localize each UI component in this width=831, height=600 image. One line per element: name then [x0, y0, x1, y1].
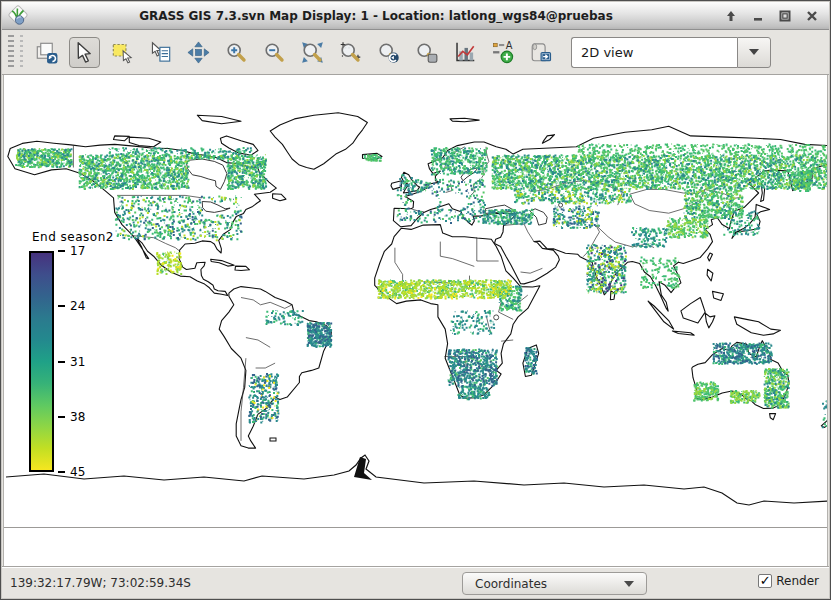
close-button[interactable] — [803, 7, 821, 25]
minimize-button[interactable] — [749, 7, 767, 25]
pointer-icon — [73, 41, 96, 64]
zoom-extent-icon — [301, 41, 324, 64]
statusbar-mode-dropdown[interactable]: Coordinates — [462, 572, 647, 595]
view-mode-combobox[interactable]: 2D view — [571, 37, 771, 68]
raster-legend: End season2 1724313845 — [29, 230, 114, 472]
save-display-button[interactable] — [525, 37, 556, 68]
world-map[interactable] — [4, 75, 828, 569]
zoom-options-button[interactable] — [411, 37, 442, 68]
legend-tick-mark — [58, 305, 65, 307]
chevron-down-icon — [749, 49, 759, 55]
legend-tick-mark — [58, 250, 65, 252]
zoom-out-button[interactable] — [259, 37, 290, 68]
maximize-button[interactable] — [776, 7, 794, 25]
grass-map-display-window: GRASS GIS 7.3.svn Map Display: 1 - Locat… — [0, 0, 831, 600]
legend-tick-label: 31 — [70, 355, 85, 369]
coordinate-readout: 139:32:17.79W; 73:02:59.34S — [10, 576, 191, 590]
rollup-button[interactable] — [722, 7, 740, 25]
zoom-out-icon — [263, 41, 286, 64]
legend-tick-label: 38 — [70, 410, 85, 424]
query-button[interactable] — [145, 37, 176, 68]
render-display-button[interactable] — [31, 37, 62, 68]
overlay-add-icon: A — [491, 41, 514, 64]
chevron-down-icon — [624, 581, 634, 587]
render-checkbox[interactable]: ✓ — [758, 574, 772, 588]
legend-tick-mark — [58, 416, 65, 418]
statusbar-mode-value: Coordinates — [475, 577, 547, 591]
legend-colorbar — [29, 251, 54, 472]
toolbar-grip-handle[interactable] — [8, 35, 14, 69]
zoom-back-button[interactable] — [373, 37, 404, 68]
analyze-map-button[interactable] — [449, 37, 480, 68]
pan-button[interactable] — [183, 37, 214, 68]
zoom-in-icon — [225, 41, 248, 64]
analyze-icon — [453, 41, 476, 64]
titlebar[interactable]: GRASS GIS 7.3.svn Map Display: 1 - Locat… — [2, 2, 829, 30]
legend-tick-label: 45 — [70, 465, 85, 479]
zoom-extent-button[interactable] — [297, 37, 328, 68]
legend-tick-label: 17 — [70, 244, 85, 258]
legend-tick-mark — [58, 471, 65, 473]
map-region-bottom-edge — [4, 527, 827, 528]
map-canvas[interactable]: End season2 1724313845 — [3, 75, 828, 569]
toolbar-grip-handle-2 — [20, 35, 23, 69]
zoom-region-button[interactable] — [335, 37, 366, 68]
save-file-icon — [529, 41, 552, 64]
view-mode-dropdown-button[interactable] — [737, 37, 771, 68]
add-map-elements-button[interactable]: A — [487, 37, 518, 68]
render-checkbox-label: Render — [776, 574, 819, 588]
render-display-icon — [35, 41, 58, 64]
zoom-region-icon — [339, 41, 362, 64]
map-toolbar: A 2D view — [2, 30, 829, 75]
pan-icon — [187, 41, 210, 64]
zoom-options-icon — [415, 41, 438, 64]
legend-tick-mark — [58, 361, 65, 363]
pointer-button[interactable] — [69, 37, 100, 68]
select-features-button[interactable] — [107, 37, 138, 68]
zoom-in-button[interactable] — [221, 37, 252, 68]
window-title: GRASS GIS 7.3.svn Map Display: 1 - Locat… — [30, 9, 722, 23]
statusbar: 139:32:17.79W; 73:02:59.34S Coordinates … — [2, 567, 829, 598]
zoom-back-icon — [377, 41, 400, 64]
legend-tick-label: 24 — [70, 299, 85, 313]
svg-text:A: A — [506, 41, 513, 51]
legend-title: End season2 — [32, 230, 114, 244]
grass-gis-logo-icon — [6, 4, 30, 28]
query-icon — [149, 41, 172, 64]
view-mode-value[interactable]: 2D view — [571, 37, 737, 68]
select-features-icon — [111, 41, 134, 64]
